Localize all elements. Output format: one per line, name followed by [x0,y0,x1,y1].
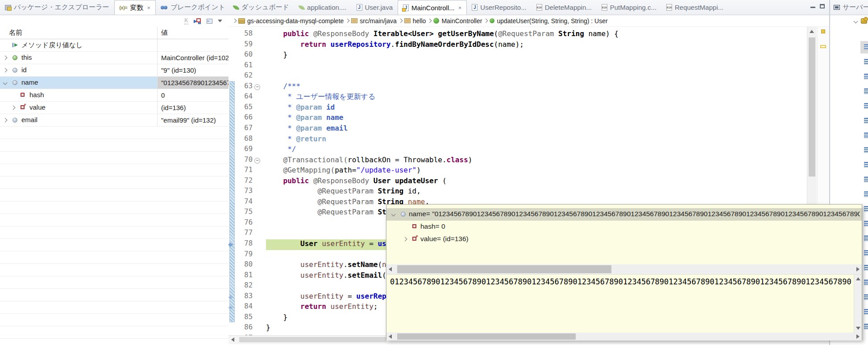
line-number: 62 [235,71,253,79]
server-item-icon[interactable] [864,324,868,329]
expander-icon[interactable] [391,212,396,217]
tooltip-variable-row[interactable]: hash= 0 [386,221,862,233]
field-final-icon [412,237,416,241]
tooltip-detail-hscrollbar[interactable] [386,333,862,341]
view-tab-item[interactable]: ブレークポイント [156,0,230,15]
package-icon [404,18,411,23]
server-item-icon[interactable] [864,103,868,109]
tooltip-tree-hscroll-thumb[interactable] [397,265,611,273]
fold-collapse-icon[interactable]: − [254,158,260,164]
server-item-icon[interactable] [864,177,868,182]
show-type-names-icon[interactable]: K [184,17,188,25]
vscroll-thumb[interactable] [809,37,815,177]
servers-tab[interactable]: サーバー [830,0,868,15]
scroll-right-icon[interactable] [856,334,860,339]
expander-icon[interactable] [3,56,8,60]
expander-icon[interactable] [3,118,8,123]
table-row[interactable]: thisMainController (id=102) [0,52,228,64]
server-item-icon[interactable] [864,279,868,285]
editor-tab-item[interactable]: application.... [294,0,351,15]
close-icon[interactable]: × [458,4,462,11]
table-row[interactable]: value(id=136) [0,102,228,114]
server-item-icon[interactable] [864,118,868,123]
server-item-icon[interactable] [864,74,868,79]
scroll-up-icon[interactable] [856,277,860,280]
editor-tab-item[interactable]: 010DeleteMappin... [532,0,597,15]
server-item-icon[interactable] [864,250,868,256]
maximize-icon[interactable] [820,4,825,8]
breadcrumb-item[interactable]: hello [404,17,426,25]
scroll-left-icon[interactable] [389,334,392,339]
collapse-all-icon[interactable]: − [207,19,212,24]
scroll-up-icon[interactable] [810,30,814,33]
editor-tab-item[interactable]: 010PutMapping.c... [597,0,661,15]
breadcrumb-item[interactable]: MainController [433,17,482,25]
tooltip-tree-hscrollbar[interactable] [386,264,862,274]
scroll-left-icon[interactable] [389,267,392,271]
server-item-icon[interactable] [864,206,868,212]
table-row[interactable]: hash0 [0,89,228,102]
view-menu-icon[interactable] [218,20,222,22]
editor-tab-item[interactable]: ダッシュボード [228,0,294,15]
breadcrumb-item[interactable]: gs-accessing-data-mysql-complete [238,17,344,25]
chevron-right-icon[interactable] [233,19,237,23]
server-item-icon[interactable] [864,147,868,153]
scroll-left-icon[interactable] [231,337,234,342]
expander-icon[interactable] [403,237,407,242]
hscroll-thumb[interactable] [239,337,386,342]
minimize-icon[interactable] [810,4,815,8]
server-item-icon[interactable] [864,162,868,168]
editor-tab-item[interactable]: 010RequestMappi... [661,0,728,15]
line-number: 77 [235,229,253,237]
tooltip-detail-hscroll-thumb[interactable] [397,333,576,340]
table-row[interactable]: name"01234567890123456789012345678901234… [0,77,228,89]
tooltip-variable-row[interactable]: value= (id=136) [386,233,862,246]
expander-icon[interactable] [3,81,8,85]
breadcrumb-label: gs-accessing-data-mysql-complete [247,17,344,25]
server-item-icon[interactable] [864,191,868,197]
editor-tab-label: ダッシュボード [241,3,289,12]
editor-tab-item[interactable]: JUser.java [352,0,398,15]
server-profile-icon[interactable] [861,18,867,24]
editor-tab-item[interactable]: JUserReposito... [467,0,531,15]
server-item-icon[interactable] [864,59,868,65]
view-tab-item[interactable]: パッケージ・エクスプローラー [0,0,114,15]
breadcrumb: gs-accessing-data-mysql-completesrc/main… [228,15,829,27]
server-item-icon[interactable] [864,132,868,138]
code-line: * @param email [266,124,348,135]
view-tab-active[interactable]: (x)=変数× [114,0,156,15]
tooltip-variable-row[interactable]: name= "012345678901234567890123456789012… [386,208,862,221]
close-icon[interactable]: × [147,4,151,11]
breadcrumb-item[interactable]: src/main/java [351,17,396,25]
server-item-icon[interactable] [864,309,868,315]
line-number-gutter[interactable]: 5758596061626364656667686970717273747576… [228,27,253,335]
editor-tab-label: PutMapping.c... [610,4,656,11]
line-number: 75 [235,208,253,216]
expander-icon[interactable] [11,106,16,110]
breadcrumb-item[interactable]: updateUser(String, String, String) : Use… [490,17,607,25]
server-item-icon[interactable] [864,88,868,94]
server-item-icon[interactable] [864,235,868,241]
server-item-icon[interactable] [864,221,868,226]
tooltip-detail-vscrollbar[interactable] [854,275,862,333]
empty-row [0,289,228,301]
line-number: 60 [235,50,253,58]
editor-tab-active[interactable]: JMainControll...× [398,0,467,15]
scroll-right-icon[interactable] [856,267,860,271]
overview-annotation-icon[interactable] [820,45,826,48]
server-item-icon[interactable] [864,44,868,50]
table-row[interactable]: メソッド戻り値なし [0,39,228,52]
server-item-icon[interactable] [864,265,868,271]
scroll-down-icon[interactable] [856,327,860,330]
window-buttons [810,0,829,15]
chevron-down-icon[interactable] [854,19,858,23]
show-logical-structure-icon[interactable] [194,18,201,24]
overview-annotation-icon[interactable] [821,29,825,33]
column-header-value[interactable]: 値 [157,27,228,39]
server-item-icon[interactable] [864,294,868,300]
fold-collapse-icon[interactable]: − [254,84,260,90]
table-row[interactable]: id"9" (id=130) [0,64,228,77]
expander-icon[interactable] [3,68,8,73]
table-row[interactable]: email"email99" (id=132) [0,114,228,127]
column-header-name[interactable]: 名前 [0,29,157,37]
